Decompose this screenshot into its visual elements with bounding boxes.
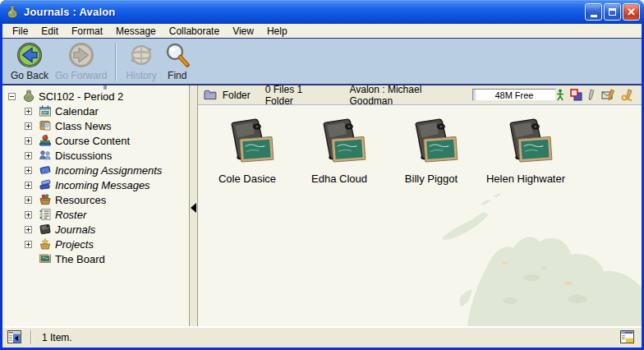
minimize-button[interactable] <box>585 3 602 21</box>
incoming-messages-icon <box>39 178 52 191</box>
tree-item-label: Discussions <box>55 150 112 162</box>
calendar-icon <box>39 104 52 117</box>
server-owner-label: Avalon : Michael Goodman <box>349 84 458 107</box>
app-window: Journals : Avalon ✕ File Edit Format Mes… <box>0 0 644 350</box>
menu-collaborate[interactable]: Collaborate <box>163 25 226 38</box>
app-flask-icon <box>5 5 20 20</box>
main-area: SCI102 - Period 2 Calendar <box>2 85 642 326</box>
roster-icon <box>39 208 52 221</box>
expand-box-icon[interactable] <box>25 167 32 174</box>
close-button[interactable]: ✕ <box>623 3 640 21</box>
status-separator <box>30 330 32 344</box>
expand-box-icon[interactable] <box>25 211 32 219</box>
find-button[interactable]: Find <box>160 41 195 81</box>
expand-box-icon[interactable] <box>25 226 32 233</box>
window-title: Journals : Avalon <box>24 6 116 18</box>
expand-box-icon[interactable] <box>25 241 32 248</box>
collapse-pane-arrow-icon[interactable] <box>191 203 196 213</box>
maximize-icon <box>609 8 616 16</box>
resources-icon <box>39 193 52 206</box>
free-space-gauge: 48M Free <box>472 89 556 101</box>
go-forward-button[interactable]: Go Forward <box>52 41 110 81</box>
pencil-icon[interactable] <box>588 89 596 101</box>
course-content-icon <box>39 134 52 147</box>
expand-box-icon[interactable] <box>25 122 32 130</box>
folder-icon <box>204 90 217 100</box>
find-label: Find <box>168 70 186 81</box>
tree-item-label: Journals <box>55 223 95 236</box>
minimize-icon <box>591 15 597 17</box>
menu-message[interactable]: Message <box>109 25 163 38</box>
tree-item-projects[interactable]: Projects <box>2 237 189 251</box>
journal-name: Billy Piggot <box>385 173 477 185</box>
expand-box-icon[interactable] <box>25 196 32 204</box>
history-button[interactable]: History <box>122 41 159 81</box>
content-panel: Folder 0 Files 1 Folder Avalon : Michael… <box>198 85 642 326</box>
folder-canvas: Cole Dasice <box>198 105 642 326</box>
tree-panel: SCI102 - Period 2 Calendar <box>2 85 190 326</box>
folder-info-bar: Folder 0 Files 1 Folder Avalon : Michael… <box>198 85 642 105</box>
pane-splitter[interactable] <box>190 85 198 326</box>
tree-item-class-news[interactable]: Class News <box>2 118 189 133</box>
person-icon[interactable] <box>556 89 564 101</box>
expand-box-icon[interactable] <box>25 137 32 145</box>
journal-book-icon <box>312 117 366 168</box>
menu-file[interactable]: File <box>6 25 34 38</box>
tree-column-handle[interactable] <box>104 85 107 90</box>
used-space-bar <box>473 90 476 100</box>
journal-name: Helen Highwater <box>476 173 576 185</box>
collapse-box-icon[interactable] <box>8 93 16 100</box>
board-icon <box>39 252 52 265</box>
journals-icon <box>39 223 52 236</box>
tree-item-incoming-assignments[interactable]: Incoming Assignments <box>2 163 189 177</box>
copy-squares-icon[interactable] <box>570 89 582 101</box>
journal-book-icon <box>404 117 458 168</box>
tree-item-label: Resources <box>55 194 106 206</box>
go-forward-icon <box>67 41 95 69</box>
mail-pencil-icon[interactable] <box>601 89 615 101</box>
menu-bar: File Edit Format Message Collaborate Vie… <box>2 24 642 39</box>
item-counts: 0 Files 1 Folder <box>265 84 329 107</box>
status-bar: 1 Item. <box>2 326 642 348</box>
menu-view[interactable]: View <box>226 25 260 38</box>
history-label: History <box>126 70 156 81</box>
tree-item-the-board[interactable]: The Board <box>2 251 189 266</box>
layout-view-icon[interactable] <box>620 330 635 344</box>
free-space-label: 48M Free <box>494 90 533 100</box>
journal-item-billy-piggot[interactable]: Billy Piggot <box>385 117 477 185</box>
go-back-icon <box>16 41 44 69</box>
expand-box-icon[interactable] <box>25 182 32 189</box>
tree-item-resources[interactable]: Resources <box>2 192 189 207</box>
go-back-button[interactable]: Go Back <box>7 41 52 81</box>
key-pencil-icon[interactable] <box>621 89 635 101</box>
maximize-button[interactable] <box>604 3 621 21</box>
projects-icon <box>39 237 52 251</box>
tree-item-label: Course Content <box>55 135 130 147</box>
journal-name: Edha Cloud <box>293 173 385 185</box>
tree-item-label: Roster <box>55 209 86 221</box>
menu-edit[interactable]: Edit <box>34 25 65 38</box>
menu-format[interactable]: Format <box>65 25 109 38</box>
tree-item-calendar[interactable]: Calendar <box>2 104 189 118</box>
find-icon <box>163 41 191 69</box>
expand-box-icon[interactable] <box>25 152 32 159</box>
pane-toggle-icon[interactable] <box>7 330 22 344</box>
class-news-icon <box>39 119 52 132</box>
tree-item-course-content[interactable]: Course Content <box>2 133 189 148</box>
journal-item-cole-dasice[interactable]: Cole Dasice <box>201 117 293 185</box>
toolbar-separator <box>115 43 117 81</box>
tree-item-incoming-messages[interactable]: Incoming Messages <box>2 177 189 192</box>
folder-type-label: Folder <box>223 90 251 101</box>
tree-item-sci102[interactable]: SCI102 - Period 2 <box>2 89 189 104</box>
history-icon <box>127 41 155 69</box>
tree-item-roster[interactable]: Roster <box>2 207 189 222</box>
journal-item-edha-cloud[interactable]: Edha Cloud <box>293 117 385 185</box>
menu-help[interactable]: Help <box>260 25 294 38</box>
expand-box-icon[interactable] <box>25 108 32 115</box>
tree-item-discussions[interactable]: Discussions <box>2 148 189 163</box>
journal-item-helen-highwater[interactable]: Helen Highwater <box>476 117 576 185</box>
toolbar: Go Back Go Forward History <box>2 39 642 85</box>
go-forward-label: Go Forward <box>55 70 107 81</box>
tree-item-journals[interactable]: Journals <box>2 222 189 237</box>
tree-item-label: Incoming Assignments <box>55 164 162 177</box>
